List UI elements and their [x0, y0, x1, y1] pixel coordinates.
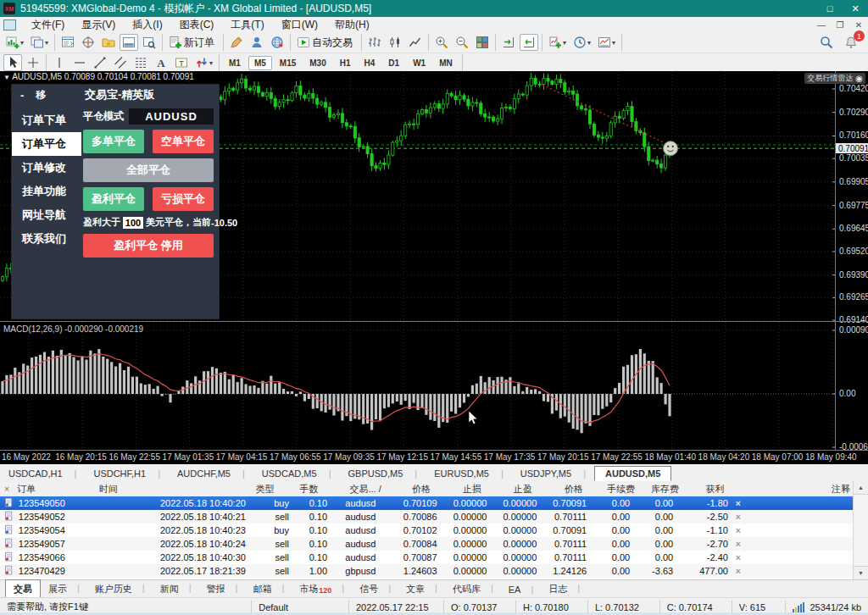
close-mode-value[interactable]: AUDUSD — [129, 108, 214, 125]
timeframe-m1-button[interactable]: M1 — [223, 56, 247, 70]
panel-nav-item[interactable]: 网址导航 — [12, 203, 81, 227]
table-scrollbar[interactable]: ▲ ▼ — [853, 481, 868, 579]
chevron-down-icon[interactable]: ▾ — [45, 39, 48, 47]
new-chart-button[interactable]: ▾ — [3, 34, 26, 51]
candle-chart-button[interactable] — [386, 34, 404, 51]
radar-widget[interactable]: 交易行情雷达 ◉ — [804, 73, 865, 84]
timeframe-h4-button[interactable]: H4 — [359, 56, 381, 70]
chart-window[interactable]: ▼ AUDUSD,M5 0.70089 0.70104 0.70081 0.70… — [0, 71, 868, 464]
timeframe-d1-button[interactable]: D1 — [382, 56, 405, 70]
terminal-button[interactable] — [120, 34, 138, 51]
timeframe-mn-button[interactable]: MN — [433, 56, 459, 70]
vline-button[interactable] — [50, 54, 69, 71]
panel-minimize-button[interactable]: - — [20, 89, 24, 102]
symbol-caret-icon[interactable]: ▼ — [3, 74, 10, 81]
search-button[interactable] — [817, 34, 836, 51]
crosshair-button[interactable] — [24, 54, 42, 71]
menu-item[interactable]: 帮助(H) — [326, 17, 378, 33]
chart-tab-usdchf-h1[interactable]: USDCHF,H1| — [85, 466, 169, 481]
terminal-tab-0[interactable]: 交易 — [5, 579, 41, 599]
panel-nav-item[interactable]: 挂单功能 — [12, 180, 81, 203]
terminal-tab-5[interactable]: 邮箱| — [245, 580, 292, 598]
menu-item[interactable]: 显示(V) — [73, 17, 124, 33]
close-order-button[interactable]: × — [732, 525, 745, 535]
menu-item[interactable]: 文件(F) — [23, 17, 73, 33]
menu-item[interactable]: 插入(I) — [124, 17, 170, 33]
close-order-button[interactable]: × — [732, 498, 745, 508]
zoom-in-button[interactable] — [432, 34, 451, 51]
chevron-down-icon[interactable]: ▾ — [612, 39, 615, 47]
panel-move-button[interactable]: 移 — [36, 88, 46, 102]
terminal-close-button[interactable]: × — [0, 484, 14, 494]
close-order-button[interactable]: × — [732, 552, 745, 562]
terminal-tab-ea[interactable]: EA| — [501, 582, 542, 597]
column-header[interactable]: 价格 — [548, 483, 599, 496]
menu-item[interactable]: 工具(T) — [222, 17, 272, 33]
column-header[interactable]: 止盈 — [498, 483, 548, 496]
navigator-button[interactable] — [99, 34, 118, 51]
chevron-down-icon[interactable]: ▾ — [20, 39, 24, 47]
notifications-button[interactable]: 1 — [842, 34, 860, 51]
text-button[interactable]: A — [152, 54, 170, 71]
pane-divider[interactable] — [0, 321, 868, 322]
timeframe-h1-button[interactable]: H1 — [334, 56, 357, 70]
close-order-button[interactable]: × — [732, 566, 745, 576]
fibonacci-button[interactable] — [131, 54, 150, 71]
text-label-button[interactable]: T — [172, 54, 191, 71]
auto-scroll-button[interactable] — [499, 34, 518, 51]
chart-tab-eurusd-m5[interactable]: EURUSD,M5| — [426, 466, 512, 481]
scroll-up-icon[interactable]: ▲ — [854, 481, 868, 495]
chevron-down-icon[interactable]: ▾ — [209, 59, 213, 67]
column-header[interactable]: 价格 — [396, 483, 447, 496]
terminal-tab-6[interactable]: 市场120| — [292, 580, 352, 598]
close-order-button[interactable]: × — [732, 539, 745, 549]
column-header[interactable]: 类型 — [252, 483, 296, 496]
terminal-tab-11[interactable]: 日志| — [541, 580, 587, 598]
child-close-button[interactable]: ✕ — [849, 19, 868, 31]
periods-button[interactable]: ▾ — [570, 34, 593, 51]
column-header[interactable]: 止损 — [447, 483, 498, 496]
timeframe-m5-button[interactable]: M5 — [248, 56, 272, 70]
column-header[interactable]: 时间 — [96, 483, 253, 496]
column-header[interactable]: 手续费 — [599, 483, 643, 496]
column-header[interactable]: 交易... / — [335, 483, 396, 496]
menu-item[interactable]: 窗口(W) — [273, 17, 326, 33]
shapes-button[interactable]: ▾ — [192, 54, 215, 71]
close-long-button[interactable]: 多单平仓 — [83, 130, 144, 153]
data-window-button[interactable] — [79, 34, 97, 51]
close-profit-button[interactable]: 盈利平仓 — [83, 187, 144, 211]
cursor-button[interactable] — [3, 54, 22, 71]
column-header[interactable]: 获利 — [687, 483, 743, 496]
order-row[interactable]: 1235490502022.05.18 10:40:20buy0.10audus… — [0, 496, 854, 510]
status-template[interactable]: Default — [252, 601, 349, 613]
column-header[interactable]: 手数 — [296, 483, 335, 496]
tester-button[interactable] — [140, 34, 159, 51]
panel-nav-item[interactable]: 订单修改 — [12, 156, 81, 180]
autoclose-stop-button[interactable]: 盈利平仓 停用 — [83, 234, 214, 258]
window-close-button[interactable]: ✕ — [843, 0, 868, 17]
chart-shift-button[interactable] — [520, 34, 538, 51]
order-row[interactable]: 1234704292022.05.17 18:21:39sell1.00gbpu… — [0, 564, 854, 578]
panel-nav-item[interactable]: 订单平仓 — [12, 132, 81, 156]
terminal-tab-3[interactable]: 新闻| — [153, 580, 199, 598]
panel-nav-item[interactable]: 联系我们 — [12, 227, 81, 251]
order-row[interactable]: 1235490522022.05.18 10:40:21sell0.10audu… — [0, 510, 854, 524]
timeframe-m15-button[interactable]: M15 — [274, 56, 302, 70]
close-loss-button[interactable]: 亏损平仓 — [153, 187, 214, 211]
terminal-tab-9[interactable]: 代码库| — [445, 580, 501, 598]
scroll-down-icon[interactable]: ▼ — [854, 566, 868, 579]
child-minimize-button[interactable]: — — [812, 19, 831, 31]
terminal-tab-7[interactable]: 信号| — [352, 580, 398, 598]
chart-tab-usdjpy-m5[interactable]: USDJPY,M5| — [512, 466, 594, 481]
chevron-down-icon[interactable]: ▾ — [563, 39, 566, 47]
chart-tab-usdcad-h1[interactable]: USDCAD,H1| — [0, 466, 85, 481]
column-header[interactable]: 库存费 — [643, 483, 687, 496]
chart-window-icon[interactable] — [3, 19, 16, 30]
close-order-button[interactable]: × — [732, 512, 745, 522]
terminal-tab-8[interactable]: 文章| — [398, 580, 445, 598]
column-header[interactable]: 注释 — [743, 483, 854, 496]
tile-windows-button[interactable] — [473, 34, 492, 51]
templates-button[interactable]: ▾ — [595, 34, 618, 51]
timeframe-w1-button[interactable]: W1 — [407, 56, 431, 70]
close-all-button[interactable]: 全部平仓 — [83, 158, 214, 182]
